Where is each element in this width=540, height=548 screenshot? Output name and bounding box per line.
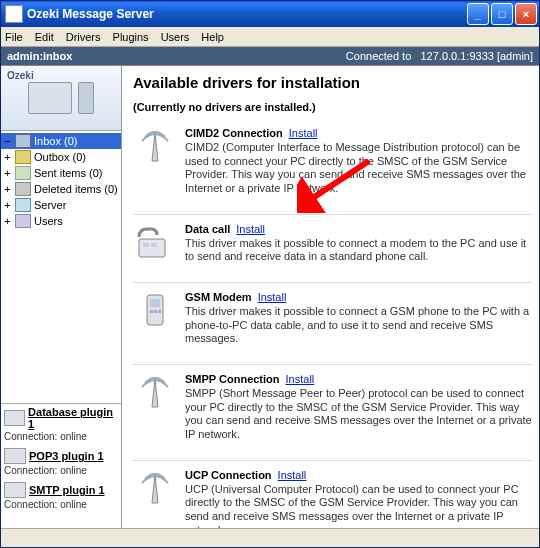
- menu-file[interactable]: File: [5, 31, 23, 43]
- plugin-item[interactable]: POP3 plugin 1Connection: online: [4, 448, 118, 476]
- driver-item: UCP ConnectionInstallUCP (Universal Comp…: [133, 469, 533, 528]
- plugin-status: Connection: online: [4, 499, 118, 510]
- menu-help[interactable]: Help: [201, 31, 224, 43]
- menu-edit[interactable]: Edit: [35, 31, 54, 43]
- expander-icon[interactable]: +: [3, 199, 12, 211]
- svg-rect-1: [143, 243, 149, 247]
- menubar: FileEditDriversPluginsUsersHelp: [1, 27, 539, 47]
- logo-panel: Ozeki: [1, 66, 121, 131]
- content-panel[interactable]: Available drivers for installation (Curr…: [122, 66, 539, 528]
- driver-title: GSM Modem: [185, 291, 252, 303]
- app-window: Ozeki Message Server _ □ × FileEditDrive…: [0, 0, 540, 548]
- antenna-icon: [133, 469, 177, 509]
- driver-description: CIMD2 (Computer Interface to Message Dis…: [185, 141, 526, 194]
- expander-icon[interactable]: −: [3, 135, 12, 147]
- driver-item: Data callInstallThis driver makes it pos…: [133, 223, 533, 264]
- brand-label: Ozeki: [7, 70, 34, 81]
- folder-inbox[interactable]: −Inbox (0): [1, 133, 121, 149]
- folder-label: Outbox (0): [34, 151, 86, 163]
- plugin-icon: [4, 482, 26, 498]
- driver-title: Data call: [185, 223, 230, 235]
- status-bar: admin:inbox Connected to 127.0.0.1:9333 …: [1, 47, 539, 66]
- svg-rect-2: [151, 243, 157, 247]
- expander-icon[interactable]: +: [3, 151, 12, 163]
- window-title: Ozeki Message Server: [27, 7, 467, 21]
- driver-item: GSM ModemInstallThis driver makes it pos…: [133, 291, 533, 346]
- folder-label: Inbox (0): [34, 135, 77, 147]
- computer-icon: [28, 82, 72, 114]
- folder-server[interactable]: +Server: [1, 197, 121, 213]
- outbox-icon: [15, 150, 31, 164]
- svg-rect-5: [150, 310, 153, 313]
- phone-icon: [133, 223, 177, 263]
- mobile-icon: [133, 291, 177, 331]
- plugin-name: POP3 plugin 1: [29, 450, 104, 462]
- plugin-name: Database plugin 1: [28, 406, 118, 430]
- plugin-item[interactable]: SMTP plugin 1Connection: online: [4, 482, 118, 510]
- folder-users[interactable]: +Users: [1, 213, 121, 229]
- install-link[interactable]: Install: [286, 373, 315, 385]
- driver-description: UCP (Universal Computer Protocol) can be…: [185, 483, 519, 529]
- folder-label: Users: [34, 215, 63, 227]
- menu-drivers[interactable]: Drivers: [66, 31, 101, 43]
- expander-icon[interactable]: +: [3, 167, 12, 179]
- driver-description: This driver makes it possible to connect…: [185, 305, 529, 345]
- plugin-status: Connection: online: [4, 465, 118, 476]
- server-icon: [15, 198, 31, 212]
- folder-trash[interactable]: +Deleted items (0): [1, 181, 121, 197]
- folder-label: Deleted items (0): [34, 183, 118, 195]
- driver-item: CIMD2 ConnectionInstallCIMD2 (Computer I…: [133, 127, 533, 196]
- plugin-icon: [4, 448, 26, 464]
- page-title: Available drivers for installation: [133, 74, 533, 91]
- driver-title: UCP Connection: [185, 469, 272, 481]
- svg-rect-0: [139, 239, 165, 257]
- trash-icon: [15, 182, 31, 196]
- app-icon: [5, 5, 23, 23]
- svg-rect-6: [154, 310, 157, 313]
- inbox-icon: [15, 134, 31, 148]
- minimize-button[interactable]: _: [467, 3, 489, 25]
- titlebar: Ozeki Message Server _ □ ×: [1, 1, 539, 27]
- expander-icon[interactable]: +: [3, 183, 12, 195]
- body: Ozeki −Inbox (0)+Outbox (0)+Sent items (…: [1, 66, 539, 528]
- no-drivers-note: (Currently no drivers are installed.): [133, 101, 533, 113]
- users-icon: [15, 214, 31, 228]
- plugin-icon: [4, 410, 25, 426]
- menu-plugins[interactable]: Plugins: [113, 31, 149, 43]
- phone-icon: [78, 82, 94, 114]
- plugin-item[interactable]: Database plugin 1Connection: online: [4, 406, 118, 442]
- folder-sent[interactable]: +Sent items (0): [1, 165, 121, 181]
- sidebar: Ozeki −Inbox (0)+Outbox (0)+Sent items (…: [1, 66, 122, 528]
- plugin-panel: Database plugin 1Connection: onlinePOP3 …: [1, 404, 121, 528]
- install-link[interactable]: Install: [258, 291, 287, 303]
- bottom-bar: [1, 528, 539, 547]
- close-button[interactable]: ×: [515, 3, 537, 25]
- driver-item: SMPP ConnectionInstallSMPP (Short Messag…: [133, 373, 533, 442]
- driver-title: CIMD2 Connection: [185, 127, 283, 139]
- menu-users[interactable]: Users: [161, 31, 190, 43]
- status-right: Connected to 127.0.0.1:9333 [admin]: [346, 50, 533, 62]
- driver-list: CIMD2 ConnectionInstallCIMD2 (Computer I…: [133, 127, 533, 528]
- maximize-button[interactable]: □: [491, 3, 513, 25]
- window-buttons: _ □ ×: [467, 3, 537, 25]
- svg-rect-7: [158, 310, 161, 313]
- status-left: admin:inbox: [7, 50, 72, 62]
- sent-icon: [15, 166, 31, 180]
- folder-label: Server: [34, 199, 66, 211]
- install-link[interactable]: Install: [278, 469, 307, 481]
- driver-title: SMPP Connection: [185, 373, 280, 385]
- folder-label: Sent items (0): [34, 167, 102, 179]
- expander-icon[interactable]: +: [3, 215, 12, 227]
- driver-description: SMPP (Short Message Peer to Peer) protoc…: [185, 387, 532, 440]
- plugin-status: Connection: online: [4, 431, 118, 442]
- install-link[interactable]: Install: [236, 223, 265, 235]
- svg-rect-4: [150, 299, 160, 307]
- antenna-icon: [133, 127, 177, 167]
- plugin-name: SMTP plugin 1: [29, 484, 105, 496]
- folder-outbox[interactable]: +Outbox (0): [1, 149, 121, 165]
- folder-tree: −Inbox (0)+Outbox (0)+Sent items (0)+Del…: [1, 131, 121, 404]
- install-link[interactable]: Install: [289, 127, 318, 139]
- antenna-icon: [133, 373, 177, 413]
- driver-description: This driver makes it possible to connect…: [185, 237, 526, 263]
